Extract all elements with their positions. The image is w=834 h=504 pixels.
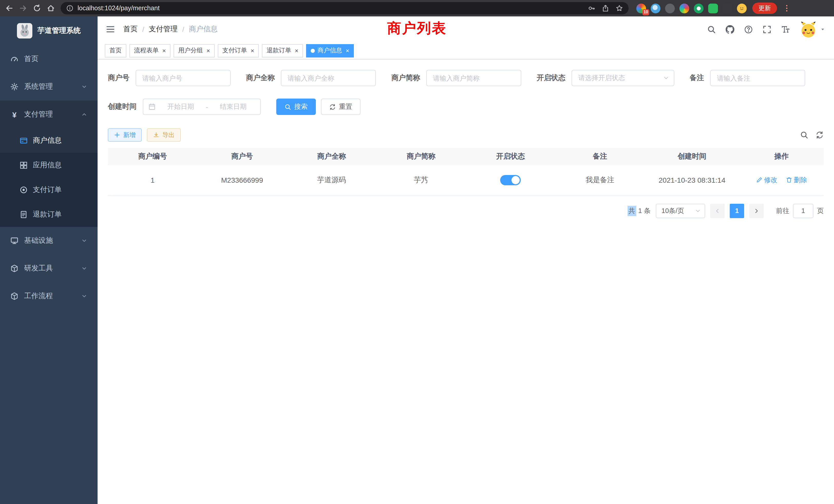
password-key-icon[interactable] (588, 5, 595, 12)
github-icon[interactable] (726, 25, 734, 33)
remark-input[interactable] (710, 70, 805, 86)
extension-icon-4[interactable] (679, 3, 689, 13)
search-button-label: 搜索 (294, 102, 308, 111)
app-logo[interactable]: 芋道管理系统 (0, 17, 97, 45)
close-icon[interactable]: × (162, 47, 166, 54)
close-icon[interactable]: × (295, 47, 299, 54)
merchant-no-input[interactable] (136, 70, 231, 86)
sidebar-item-label: 退款订单 (33, 210, 62, 219)
browser-update-button[interactable]: 更新 (752, 3, 777, 14)
sidebar-item-pay-order[interactable]: 支付订单 (0, 178, 97, 202)
help-icon[interactable] (744, 25, 753, 33)
status-toggle[interactable] (500, 175, 521, 185)
tab-refund-order[interactable]: 退款订单 × (262, 44, 303, 57)
cell-merchant-no: M233666999 (197, 165, 287, 195)
cell-id: 1 (108, 165, 197, 195)
tab-pay-order[interactable]: 支付订单 × (218, 44, 259, 57)
sidebar-item-payment[interactable]: ¥ 支付管理 (0, 100, 97, 128)
extension-icon-8[interactable] (737, 3, 747, 13)
browser-home-icon[interactable] (47, 4, 55, 12)
fullscreen-icon[interactable] (763, 25, 771, 33)
bookmark-star-icon[interactable] (616, 5, 623, 12)
screen: localhost:1024/pay/merchant 10 更新 商户列表 (0, 0, 834, 504)
tab-user-group[interactable]: 用户分组 × (174, 44, 215, 57)
breadcrumb-current: 商户信息 (189, 25, 218, 34)
cell-create-time: 2021-10-23 08:31:14 (645, 165, 739, 195)
hamburger-icon[interactable] (106, 25, 115, 34)
browser-reload-icon[interactable] (33, 4, 41, 12)
extension-icon-1[interactable]: 10 (636, 3, 646, 13)
cell-short-name: 芋艿 (376, 165, 466, 195)
search-button[interactable]: 搜索 (276, 98, 316, 115)
page-size-select[interactable]: 10条/页 (656, 204, 705, 218)
font-size-icon[interactable] (781, 25, 790, 33)
sidebar-item-label: 基础设施 (24, 236, 53, 245)
tab-label: 支付订单 (222, 46, 247, 55)
status-select-placeholder: 请选择开启状态 (578, 73, 663, 83)
tab-home[interactable]: 首页 (105, 44, 126, 57)
reset-button[interactable]: 重置 (321, 98, 360, 115)
table-header-row: 商户编号 商户号 商户全称 商户简称 开启状态 备注 创建时间 操作 (108, 148, 824, 165)
sidebar-item-dev-tools[interactable]: 研发工具 (0, 255, 97, 282)
toolbox-icon (10, 264, 19, 273)
status-select[interactable]: 请选择开启状态 (572, 70, 674, 86)
goto-page-input[interactable] (793, 204, 813, 218)
refresh-table-icon[interactable] (815, 131, 824, 139)
total-count: 1 (638, 207, 642, 214)
extension-icon-5[interactable] (694, 3, 704, 13)
sidebar-item-merchant-info[interactable]: 商户信息 (0, 128, 97, 153)
breadcrumb: 首页 / 支付管理 / 商户信息 (123, 25, 218, 34)
share-icon[interactable] (602, 5, 609, 12)
sidebar-item-system[interactable]: 系统管理 (0, 73, 97, 100)
merchant-name-input[interactable] (281, 70, 376, 86)
browser-forward-icon[interactable] (19, 4, 27, 12)
site-info-icon[interactable] (66, 5, 73, 12)
tab-merchant-info[interactable]: 商户信息 × (306, 44, 354, 57)
extensions-cluster: 10 (636, 3, 747, 13)
merchant-no-label: 商户号 (108, 73, 129, 83)
sidebar-item-app-info[interactable]: 应用信息 (0, 153, 97, 178)
create-time-range-picker[interactable]: 开始日期 - 结束日期 (143, 98, 261, 115)
user-avatar[interactable] (799, 21, 826, 38)
extension-icon-6[interactable] (708, 3, 718, 13)
column-header-actions: 操作 (739, 148, 824, 165)
extension-icon-7[interactable] (723, 3, 732, 13)
caret-down-icon (820, 26, 826, 32)
active-tab-dot (311, 48, 315, 53)
next-page-button[interactable] (749, 204, 764, 218)
sidebar-item-infrastructure[interactable]: 基础设施 (0, 227, 97, 255)
prev-page-button[interactable] (710, 204, 725, 218)
toggle-search-icon[interactable] (800, 131, 808, 139)
sidebar-item-refund-order[interactable]: 退款订单 (0, 202, 97, 227)
navbar-actions (707, 21, 826, 38)
extension-icon-2[interactable] (651, 3, 660, 13)
browser-menu-icon[interactable] (783, 4, 791, 12)
export-button[interactable]: 导出 (147, 128, 181, 142)
workflow-icon (10, 292, 19, 300)
extension-icon-3[interactable] (665, 3, 675, 13)
search-icon[interactable] (707, 25, 716, 33)
sidebar-item-home[interactable]: 首页 (0, 45, 97, 73)
browser-toolbar: localhost:1024/pay/merchant 10 更新 (0, 0, 834, 17)
tab-process-form[interactable]: 流程表单 × (129, 44, 171, 57)
browser-back-icon[interactable] (5, 4, 13, 12)
merchant-table: 商户编号 商户号 商户全称 商户简称 开启状态 备注 创建时间 操作 1 (108, 148, 824, 195)
merchant-short-input[interactable] (426, 70, 521, 86)
delete-link[interactable]: 删除 (786, 175, 807, 184)
breadcrumb-item[interactable]: 首页 (123, 25, 138, 34)
address-bar[interactable]: localhost:1024/pay/merchant (61, 2, 629, 14)
add-button[interactable]: 新增 (108, 128, 142, 142)
breadcrumb-item[interactable]: 支付管理 (149, 25, 178, 34)
date-separator: - (206, 103, 208, 111)
close-icon[interactable]: × (346, 47, 349, 54)
pay-order-icon (20, 186, 28, 194)
edit-link[interactable]: 修改 (756, 175, 777, 184)
close-icon[interactable]: × (206, 47, 210, 54)
tags-view: 首页 流程表单 × 用户分组 × 支付订单 × 退款订单 × (97, 42, 834, 60)
tab-label: 用户分组 (178, 46, 203, 55)
merchant-short-label: 商户简称 (391, 73, 420, 83)
close-icon[interactable]: × (250, 47, 254, 54)
page-button-1[interactable]: 1 (730, 204, 744, 218)
edit-link-label: 修改 (764, 175, 777, 184)
sidebar-item-workflow[interactable]: 工作流程 (0, 282, 97, 310)
